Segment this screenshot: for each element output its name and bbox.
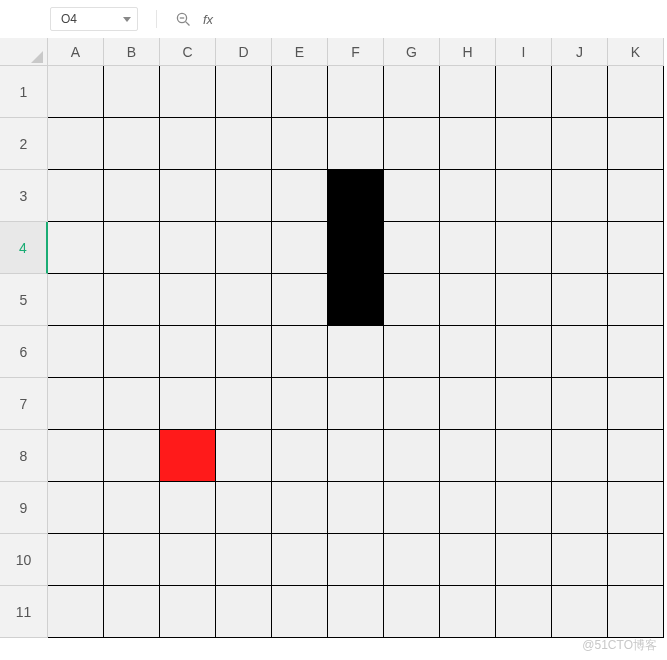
cell[interactable] (608, 326, 664, 378)
cell[interactable] (104, 170, 160, 222)
cell[interactable] (104, 534, 160, 586)
cell[interactable] (216, 274, 272, 326)
cell[interactable] (160, 482, 216, 534)
cell[interactable] (496, 66, 552, 118)
row-header[interactable]: 4 (0, 222, 48, 274)
cell[interactable] (384, 326, 440, 378)
column-header[interactable]: H (440, 38, 496, 66)
formula-input[interactable] (227, 7, 655, 31)
cell[interactable] (104, 586, 160, 638)
cell[interactable] (48, 222, 104, 274)
column-header[interactable]: I (496, 38, 552, 66)
cell[interactable] (216, 378, 272, 430)
column-header[interactable]: A (48, 38, 104, 66)
cell[interactable] (552, 170, 608, 222)
cell[interactable] (440, 66, 496, 118)
cell[interactable] (328, 274, 384, 326)
cell[interactable] (608, 222, 664, 274)
cell[interactable] (272, 66, 328, 118)
row-header[interactable]: 9 (0, 482, 48, 534)
select-all-corner[interactable] (0, 38, 48, 66)
fx-icon[interactable]: fx (203, 12, 213, 27)
cell[interactable] (48, 118, 104, 170)
cell[interactable] (104, 326, 160, 378)
cell[interactable] (104, 482, 160, 534)
cell[interactable] (440, 326, 496, 378)
cell[interactable] (552, 482, 608, 534)
cell[interactable] (552, 534, 608, 586)
cell[interactable] (48, 274, 104, 326)
column-header[interactable]: K (608, 38, 664, 66)
cell[interactable] (496, 534, 552, 586)
column-header[interactable]: F (328, 38, 384, 66)
cell[interactable] (384, 430, 440, 482)
cell[interactable] (160, 222, 216, 274)
cell[interactable] (104, 222, 160, 274)
row-header[interactable]: 11 (0, 586, 48, 638)
cell[interactable] (440, 482, 496, 534)
row-header[interactable]: 10 (0, 534, 48, 586)
cell[interactable] (104, 118, 160, 170)
cell[interactable] (216, 66, 272, 118)
cell[interactable] (552, 326, 608, 378)
zoom-out-icon[interactable] (175, 11, 191, 27)
cell[interactable] (496, 586, 552, 638)
cell[interactable] (496, 482, 552, 534)
name-box[interactable]: O4 (50, 7, 138, 31)
cell[interactable] (552, 586, 608, 638)
cell[interactable] (272, 586, 328, 638)
cell[interactable] (552, 378, 608, 430)
cell[interactable] (440, 586, 496, 638)
cell[interactable] (160, 118, 216, 170)
cell[interactable] (440, 170, 496, 222)
cell[interactable] (496, 118, 552, 170)
cell[interactable] (160, 274, 216, 326)
cell[interactable] (328, 378, 384, 430)
row-header[interactable]: 8 (0, 430, 48, 482)
cell[interactable] (328, 118, 384, 170)
cell[interactable] (160, 378, 216, 430)
cell[interactable] (48, 482, 104, 534)
cell[interactable] (608, 170, 664, 222)
cell[interactable] (496, 222, 552, 274)
cell[interactable] (272, 170, 328, 222)
cell[interactable] (272, 378, 328, 430)
cell[interactable] (384, 66, 440, 118)
cell[interactable] (384, 222, 440, 274)
cell[interactable] (328, 534, 384, 586)
cell[interactable] (608, 482, 664, 534)
cell[interactable] (328, 170, 384, 222)
row-header[interactable]: 7 (0, 378, 48, 430)
cell[interactable] (160, 534, 216, 586)
cell[interactable] (384, 118, 440, 170)
cell[interactable] (216, 430, 272, 482)
cell[interactable] (48, 378, 104, 430)
cell[interactable] (48, 170, 104, 222)
cell[interactable] (328, 66, 384, 118)
cell[interactable] (608, 586, 664, 638)
cell[interactable] (48, 326, 104, 378)
cell[interactable] (328, 430, 384, 482)
cell[interactable] (272, 118, 328, 170)
cell[interactable] (552, 118, 608, 170)
row-header[interactable]: 3 (0, 170, 48, 222)
cell[interactable] (384, 534, 440, 586)
column-header[interactable]: G (384, 38, 440, 66)
cell[interactable] (104, 274, 160, 326)
cell[interactable] (440, 222, 496, 274)
cell[interactable] (384, 586, 440, 638)
cell[interactable] (216, 586, 272, 638)
cell[interactable] (48, 586, 104, 638)
cell[interactable] (216, 222, 272, 274)
cell[interactable] (496, 430, 552, 482)
cell[interactable] (384, 482, 440, 534)
cell[interactable] (552, 274, 608, 326)
row-header[interactable]: 2 (0, 118, 48, 170)
column-header[interactable]: B (104, 38, 160, 66)
row-header[interactable]: 6 (0, 326, 48, 378)
cell[interactable] (608, 274, 664, 326)
cell[interactable] (608, 378, 664, 430)
cell[interactable] (272, 482, 328, 534)
column-header[interactable]: J (552, 38, 608, 66)
cell[interactable] (328, 326, 384, 378)
